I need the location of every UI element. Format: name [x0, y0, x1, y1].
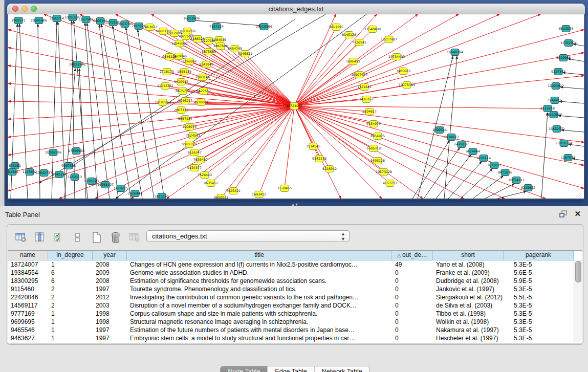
graph-node[interactable]: 2526443: [128, 190, 142, 197]
graph-node[interactable]: 7632621: [487, 162, 502, 169]
graph-node[interactable]: 8813054: [559, 26, 573, 32]
graph-node[interactable]: 1250513: [68, 174, 82, 181]
import-table-button-disabled[interactable]: [128, 231, 141, 244]
column-header-year[interactable]: year: [93, 251, 127, 260]
vertical-scrollbar[interactable]: [574, 260, 582, 342]
graph-node[interactable]: 1686318: [366, 145, 381, 152]
graph-node[interactable]: 16958107: [97, 182, 114, 188]
graph-node[interactable]: 1167534: [561, 155, 575, 161]
graph-node[interactable]: 17359928: [68, 148, 84, 155]
table-row[interactable]: 911546021997Tourette syndrome. Phenomeno…: [8, 285, 582, 293]
graph-node[interactable]: 9146821: [238, 51, 252, 57]
graph-node[interactable]: 1409544: [432, 127, 447, 134]
graph-node[interactable]: 391544: [8, 169, 18, 176]
graph-node[interactable]: 7485083: [396, 68, 410, 75]
graph-node[interactable]: 10654112: [508, 177, 525, 184]
graph-node[interactable]: 7525421: [226, 188, 241, 194]
graph-node[interactable]: 2204617: [362, 108, 377, 115]
graph-node[interactable]: 2867133: [174, 107, 188, 114]
graph-node[interactable]: 835061: [9, 163, 21, 169]
graph-node[interactable]: 1905571: [11, 17, 26, 24]
show-column-button[interactable]: [33, 231, 47, 244]
table-row[interactable]: 969969511998Structural magnetic resonanc…: [8, 318, 582, 326]
graph-node[interactable]: 8213958: [540, 105, 555, 112]
column-header-pagerank[interactable]: pagerank: [504, 251, 574, 260]
column-header-name[interactable]: name: [8, 251, 48, 260]
float-panel-icon[interactable]: [559, 210, 568, 218]
graph-node[interactable]: 16107427: [351, 72, 367, 78]
graph-node[interactable]: 20206576: [45, 149, 61, 156]
table-selector-dropdown[interactable]: citations_edges.txt ▲▼: [146, 230, 350, 242]
new-column-button[interactable]: [90, 231, 103, 244]
graph-node[interactable]: 15751074: [560, 40, 577, 47]
graph-node[interactable]: 9907328: [182, 141, 197, 148]
graph-node[interactable]: 1527902: [79, 16, 93, 23]
graph-node[interactable]: 10573128: [376, 169, 392, 176]
graph-node[interactable]: 13942737: [36, 170, 52, 177]
tab-node-table[interactable]: Node Table: [221, 366, 268, 372]
graph-node[interactable]: 1693412: [252, 191, 266, 198]
graph-node[interactable]: 1244415: [548, 97, 562, 104]
graph-node[interactable]: 19775165: [399, 82, 415, 89]
graph-node[interactable]: 4157213: [383, 180, 397, 187]
graph-node[interactable]: 12093822: [548, 83, 564, 90]
graph-node[interactable]: 9097588: [61, 163, 76, 169]
graph-node[interactable]: 2935114: [476, 155, 491, 162]
table-row[interactable]: 1830029562008Estimation of significance …: [8, 277, 582, 285]
scrollbar-thumb[interactable]: [575, 261, 581, 282]
canvas-resize-grip[interactable]: [575, 190, 583, 198]
table-row[interactable]: 946554611997Estimation of the future num…: [8, 326, 582, 334]
graph-node[interactable]: 9154977: [366, 121, 381, 127]
graph-node[interactable]: 2867608: [213, 43, 228, 50]
graph-node[interactable]: 9650011: [214, 194, 228, 199]
graph-node[interactable]: 9154377: [187, 165, 202, 171]
graph-node[interactable]: 17016504: [556, 140, 572, 147]
graph-node[interactable]: 2803144: [195, 74, 210, 81]
graph-node[interactable]: 5875685: [202, 49, 216, 55]
graph-node[interactable]: 9635412: [204, 180, 218, 187]
graph-node[interactable]: 16648784: [447, 49, 463, 56]
graph-node[interactable]: 8145128: [342, 32, 356, 38]
select-all-rows-button[interactable]: [52, 231, 66, 244]
graph-node[interactable]: 2718170: [160, 69, 174, 75]
graph-node[interactable]: 16210643: [546, 112, 562, 118]
graph-node[interactable]: 1321645: [357, 84, 372, 91]
graph-node[interactable]: 9861295: [329, 24, 343, 31]
graph-node[interactable]: 11548408: [364, 26, 381, 33]
graph-node[interactable]: 20053346: [69, 61, 85, 68]
graph-node[interactable]: 19734493: [388, 54, 405, 60]
graph-node[interactable]: 19218986: [256, 24, 272, 30]
graph-node[interactable]: 8938923: [444, 134, 459, 141]
graph-node[interactable]: 1538455: [277, 185, 292, 192]
column-header-title[interactable]: title: [127, 251, 392, 260]
graph-node[interactable]: 1858139: [177, 69, 191, 75]
graph-node[interactable]: 1416162: [359, 96, 374, 103]
graph-node[interactable]: 7357224: [209, 24, 224, 30]
table-row[interactable]: 946362711997Embryonic stem cells: a mode…: [8, 334, 582, 342]
column-header-short[interactable]: short: [433, 251, 504, 260]
delete-column-button[interactable]: [109, 231, 122, 244]
table-row[interactable]: 1938455462009Genome-wide association stu…: [8, 269, 582, 277]
graph-node[interactable]: 6479197: [454, 141, 469, 148]
table-row[interactable]: 1872400712008Changes of HCN gene express…: [8, 260, 582, 269]
graph-node[interactable]: 20891406: [31, 17, 47, 24]
table-settings-button[interactable]: [14, 231, 28, 244]
graph-node[interactable]: 7526443: [198, 172, 212, 179]
graph-node[interactable]: 9474444: [466, 148, 480, 155]
node-table[interactable]: namein_degreeyeartitle△out_de…shortpager…: [8, 250, 582, 343]
table-row[interactable]: 1456911722003Disruption of a novel membe…: [8, 301, 582, 310]
citation-network-graph[interactable]: 1905571208914062093714108532871527902646…: [8, 14, 584, 199]
graph-node[interactable]: 8471676: [498, 169, 512, 176]
graph-node[interactable]: 1115682: [23, 169, 37, 176]
tab-edge-table[interactable]: Edge Table: [268, 366, 314, 372]
graph-node[interactable]: 9846128: [162, 54, 177, 60]
close-panel-icon[interactable]: ✕: [574, 209, 581, 218]
graph-node[interactable]: 8216342: [322, 166, 337, 172]
table-row[interactable]: 2242004622012Investigating the contribut…: [8, 293, 582, 301]
graph-node[interactable]: 8454749: [228, 46, 242, 52]
graph-node[interactable]: 10107553: [155, 99, 171, 106]
graph-node[interactable]: 12217987: [381, 36, 397, 43]
unselect-rows-button[interactable]: [71, 231, 84, 244]
graph-node[interactable]: 1678275: [114, 185, 128, 192]
graph-node[interactable]: 9329966: [556, 55, 571, 61]
